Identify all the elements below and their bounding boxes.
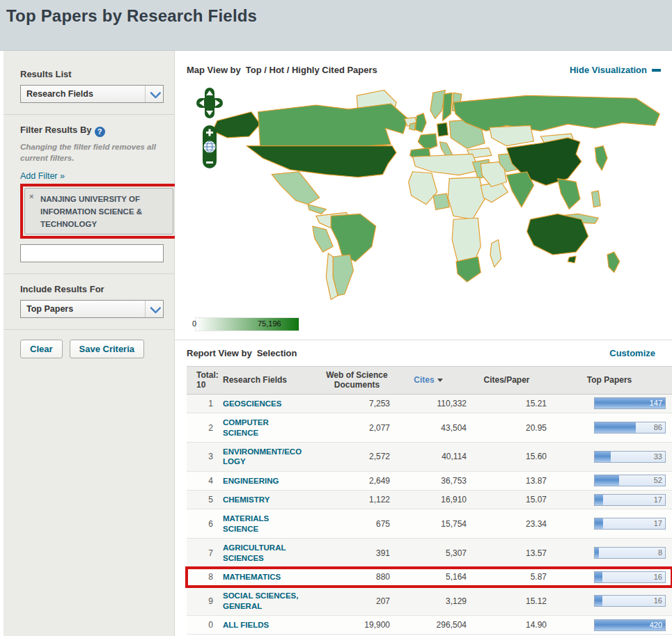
region-southeast-asia[interactable] xyxy=(558,179,580,209)
region-peru[interactable] xyxy=(313,226,333,252)
col-research-fields[interactable]: Research Fields xyxy=(223,375,324,385)
top-papers-bar: 420 xyxy=(594,619,666,631)
region-france[interactable] xyxy=(418,134,437,150)
results-list-dropdown[interactable]: Research Fields xyxy=(20,85,164,103)
region-central-africa[interactable] xyxy=(448,177,485,220)
sidebar: Results List Research Fields Filter Resu… xyxy=(3,51,175,636)
content: Results List Research Fields Filter Resu… xyxy=(0,50,672,636)
annotation-box-filter: × NANJING UNIVERSITY OF INFORMATION SCIE… xyxy=(20,184,178,239)
col-cites-per-paper[interactable]: Cites/Paper xyxy=(467,375,547,385)
row-field-link[interactable]: MATHEMATICS xyxy=(223,572,281,582)
region-canada[interactable] xyxy=(258,104,408,146)
hide-visualization-link[interactable]: Hide Visualization xyxy=(570,65,647,75)
row-cites: 5,164 xyxy=(390,568,467,586)
region-madagascar[interactable] xyxy=(490,240,501,267)
pan-control[interactable] xyxy=(196,88,223,118)
sidebar-buttons: Clear Save Criteria xyxy=(20,340,163,358)
top-papers-bar: 52 xyxy=(594,475,666,486)
top-papers-value: 8 xyxy=(658,548,662,557)
top-papers-bar-fill xyxy=(595,422,636,433)
help-icon[interactable]: ? xyxy=(95,127,105,137)
zoom-in-icon[interactable] xyxy=(209,129,211,136)
row-cites-per-paper: 23.34 xyxy=(467,515,547,533)
region-nigeria[interactable] xyxy=(433,193,449,209)
row-rank: 7 xyxy=(187,544,223,562)
region-ireland[interactable] xyxy=(409,122,416,130)
top-papers-value: 86 xyxy=(654,423,662,431)
choropleth-map[interactable] xyxy=(187,81,670,310)
table-row: 4 ENGINEERING 2,649 36,753 13.87 52 xyxy=(187,472,672,491)
region-usa[interactable] xyxy=(247,146,396,177)
add-filter-link[interactable]: Add Filter » xyxy=(20,171,65,181)
report-table-header: Total: 10 Research Fields Web of Science… xyxy=(187,366,672,395)
row-field-link[interactable]: ALL FIELDS xyxy=(223,620,269,630)
row-docs: 1,122 xyxy=(324,491,390,509)
region-japan[interactable] xyxy=(595,146,607,170)
row-cites-per-paper: 13.87 xyxy=(467,472,547,490)
row-rank: 2 xyxy=(187,419,223,437)
row-field-link[interactable]: COMPUTER SCIENCE xyxy=(223,418,304,438)
row-field-link[interactable]: GEOSCIENCES xyxy=(223,399,281,408)
top-papers-bar-fill xyxy=(595,572,602,582)
region-mexico[interactable] xyxy=(272,172,319,205)
row-field-link[interactable]: SOCIAL SCIENCES, GENERAL xyxy=(223,591,304,611)
row-docs: 2,649 xyxy=(324,472,390,490)
row-field-link[interactable]: MATERIALS SCIENCE xyxy=(223,514,304,534)
chevron-down-icon[interactable] xyxy=(145,301,163,317)
region-philippines[interactable] xyxy=(592,191,601,207)
row-cites-per-paper: 14.90 xyxy=(467,616,547,634)
row-cites: 3,129 xyxy=(390,592,467,610)
region-india[interactable] xyxy=(506,172,533,207)
customize-link[interactable]: Customize xyxy=(609,348,655,358)
top-papers-bar-fill xyxy=(595,495,603,505)
include-results-dropdown[interactable]: Top Papers xyxy=(20,300,164,318)
top-papers-value: 17 xyxy=(654,519,662,527)
clear-button[interactable]: Clear xyxy=(20,340,63,358)
region-west-africa[interactable] xyxy=(409,172,437,205)
region-tasmania[interactable] xyxy=(568,256,576,263)
region-north-africa[interactable] xyxy=(413,154,480,175)
region-south-africa[interactable] xyxy=(456,257,480,282)
region-kazakhstan[interactable] xyxy=(490,125,534,145)
chevron-down-icon[interactable] xyxy=(145,86,163,102)
collapse-icon[interactable] xyxy=(652,69,661,72)
top-papers-bar-fill xyxy=(595,596,602,606)
map-view-title: Map View byTop / Hot / Highly Cited Pape… xyxy=(187,65,377,75)
row-docs: 7,253 xyxy=(324,395,390,413)
region-brazil[interactable] xyxy=(331,214,376,261)
region-russia[interactable] xyxy=(453,95,659,131)
row-cites: 36,753 xyxy=(390,472,467,490)
zoom-out-icon[interactable] xyxy=(206,161,213,164)
row-field-link[interactable]: ENVIRONMENT/ECOLOGY xyxy=(223,447,304,467)
top-papers-bar-fill xyxy=(595,548,599,558)
row-docs: 880 xyxy=(324,568,390,586)
top-papers-bar: 16 xyxy=(594,571,666,583)
remove-filter-icon[interactable]: × xyxy=(29,192,33,200)
table-row: 8 MATHEMATICS 880 5,164 5.87 16 xyxy=(187,568,672,587)
row-field-link[interactable]: CHEMISTRY xyxy=(223,495,269,504)
globe-icon[interactable] xyxy=(204,141,215,152)
filter-chip[interactable]: × NANJING UNIVERSITY OF INFORMATION SCIE… xyxy=(24,188,173,234)
region-central-america[interactable] xyxy=(308,205,326,214)
table-row: 0 ALL FIELDS 19,900 296,504 14.90 420 xyxy=(187,616,672,635)
row-field-link[interactable]: AGRICULTURAL SCIENCES xyxy=(223,543,304,563)
filter-chip-text: NANJING UNIVERSITY OF INFORMATION SCIENC… xyxy=(40,195,142,228)
col-cites[interactable]: Cites xyxy=(390,375,467,385)
filter-input[interactable] xyxy=(20,244,164,262)
region-germany[interactable] xyxy=(437,122,448,136)
zoom-control[interactable] xyxy=(203,125,217,168)
row-cites: 110,332 xyxy=(390,395,467,413)
row-cites: 40,114 xyxy=(390,447,467,466)
col-top-papers[interactable]: Top Papers xyxy=(547,375,672,385)
region-new-zealand[interactable] xyxy=(607,252,620,272)
region-australia[interactable] xyxy=(527,214,588,255)
save-criteria-button[interactable]: Save Criteria xyxy=(70,340,145,358)
row-field-link[interactable]: ENGINEERING xyxy=(223,476,279,486)
top-papers-bar-fill xyxy=(595,475,619,486)
top-papers-bar-fill xyxy=(595,452,611,462)
region-sweden[interactable] xyxy=(443,93,453,120)
region-uk[interactable] xyxy=(415,113,426,132)
col-wos-documents[interactable]: Web of Science Documents xyxy=(324,370,390,390)
top-papers-bar: 17 xyxy=(594,518,666,530)
top-papers-bar: 33 xyxy=(594,451,666,463)
